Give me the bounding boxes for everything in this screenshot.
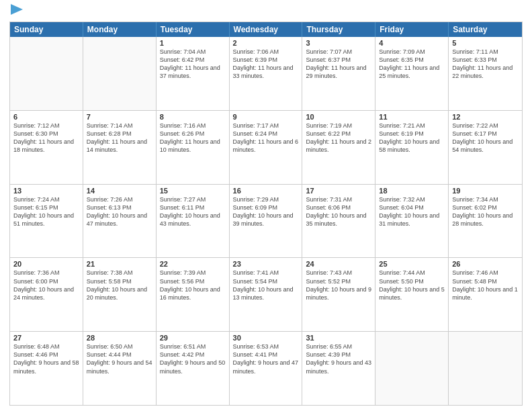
day-number: 21 — [87, 260, 152, 268]
day-number: 3 — [306, 39, 371, 47]
calendar: SundayMondayTuesdayWednesdayThursdayFrid… — [9, 21, 523, 406]
day-cell-29: 29Sunrise: 6:51 AM Sunset: 4:42 PM Dayli… — [157, 332, 230, 405]
calendar-body: 1Sunrise: 7:04 AM Sunset: 6:42 PM Daylig… — [10, 37, 522, 405]
day-cell-21: 21Sunrise: 7:38 AM Sunset: 5:58 PM Dayli… — [83, 258, 157, 331]
day-number: 15 — [160, 187, 226, 195]
day-info: Sunrise: 7:32 AM Sunset: 6:04 PM Dayligh… — [379, 195, 445, 228]
day-number: 26 — [452, 260, 519, 268]
day-cell-24: 24Sunrise: 7:43 AM Sunset: 5:52 PM Dayli… — [302, 258, 375, 331]
day-info: Sunrise: 7:22 AM Sunset: 6:17 PM Dayligh… — [452, 122, 519, 154]
day-cell-25: 25Sunrise: 7:44 AM Sunset: 5:50 PM Dayli… — [375, 258, 449, 331]
day-cell-26: 26Sunrise: 7:46 AM Sunset: 5:48 PM Dayli… — [449, 258, 522, 331]
day-cell-27: 27Sunrise: 6:48 AM Sunset: 4:46 PM Dayli… — [10, 332, 83, 405]
day-cell-7: 7Sunrise: 7:14 AM Sunset: 6:28 PM Daylig… — [83, 111, 157, 184]
day-cell-11: 11Sunrise: 7:21 AM Sunset: 6:19 PM Dayli… — [375, 111, 449, 184]
day-cell-19: 19Sunrise: 7:34 AM Sunset: 6:02 PM Dayli… — [449, 185, 522, 258]
header — [9, 7, 523, 17]
day-info: Sunrise: 6:53 AM Sunset: 4:41 PM Dayligh… — [233, 342, 299, 375]
day-info: Sunrise: 7:31 AM Sunset: 6:06 PM Dayligh… — [306, 195, 371, 228]
day-number: 2 — [233, 39, 299, 47]
day-header-sunday: Sunday — [10, 22, 83, 37]
day-info: Sunrise: 7:04 AM Sunset: 6:42 PM Dayligh… — [160, 48, 226, 81]
day-info: Sunrise: 7:34 AM Sunset: 6:02 PM Dayligh… — [452, 195, 519, 228]
day-header-saturday: Saturday — [449, 22, 522, 37]
day-number: 23 — [233, 260, 299, 268]
day-number: 17 — [306, 187, 371, 195]
day-info: Sunrise: 7:43 AM Sunset: 5:52 PM Dayligh… — [306, 269, 371, 302]
day-number: 4 — [379, 39, 445, 47]
day-cell-10: 10Sunrise: 7:19 AM Sunset: 6:22 PM Dayli… — [302, 111, 375, 184]
day-cell-20: 20Sunrise: 7:36 AM Sunset: 6:00 PM Dayli… — [10, 258, 83, 331]
day-number: 13 — [13, 187, 79, 195]
day-number: 24 — [306, 260, 371, 268]
day-number: 7 — [87, 113, 152, 121]
day-cell-4: 4Sunrise: 7:09 AM Sunset: 6:35 PM Daylig… — [375, 37, 449, 110]
day-cell-6: 6Sunrise: 7:12 AM Sunset: 6:30 PM Daylig… — [10, 111, 83, 184]
day-info: Sunrise: 6:48 AM Sunset: 4:46 PM Dayligh… — [13, 342, 79, 375]
logo-arrow-icon — [11, 4, 23, 15]
day-number: 12 — [452, 113, 519, 121]
day-number: 31 — [306, 334, 371, 342]
day-info: Sunrise: 7:41 AM Sunset: 5:54 PM Dayligh… — [233, 269, 299, 302]
day-info: Sunrise: 7:44 AM Sunset: 5:50 PM Dayligh… — [379, 269, 445, 302]
day-info: Sunrise: 7:14 AM Sunset: 6:28 PM Dayligh… — [87, 122, 152, 154]
week-row-4: 20Sunrise: 7:36 AM Sunset: 6:00 PM Dayli… — [10, 257, 522, 331]
day-number: 6 — [13, 113, 79, 121]
day-info: Sunrise: 7:39 AM Sunset: 5:56 PM Dayligh… — [160, 269, 226, 302]
day-number: 18 — [379, 187, 445, 195]
day-info: Sunrise: 7:36 AM Sunset: 6:00 PM Dayligh… — [13, 269, 79, 302]
day-info: Sunrise: 7:11 AM Sunset: 6:33 PM Dayligh… — [452, 48, 519, 81]
day-number: 27 — [13, 334, 79, 342]
day-number: 28 — [87, 334, 152, 342]
day-number: 16 — [233, 187, 299, 195]
day-cell-17: 17Sunrise: 7:31 AM Sunset: 6:06 PM Dayli… — [302, 185, 375, 258]
day-info: Sunrise: 7:09 AM Sunset: 6:35 PM Dayligh… — [379, 48, 445, 81]
day-cell-12: 12Sunrise: 7:22 AM Sunset: 6:17 PM Dayli… — [449, 111, 522, 184]
day-header-thursday: Thursday — [302, 22, 375, 37]
day-info: Sunrise: 7:38 AM Sunset: 5:58 PM Dayligh… — [87, 269, 152, 302]
week-row-2: 6Sunrise: 7:12 AM Sunset: 6:30 PM Daylig… — [10, 110, 522, 184]
day-cell-2: 2Sunrise: 7:06 AM Sunset: 6:39 PM Daylig… — [230, 37, 303, 110]
day-header-wednesday: Wednesday — [230, 22, 303, 37]
day-cell-empty-4-6 — [449, 332, 522, 405]
day-number: 5 — [452, 39, 519, 47]
day-cell-9: 9Sunrise: 7:17 AM Sunset: 6:24 PM Daylig… — [230, 111, 303, 184]
day-cell-23: 23Sunrise: 7:41 AM Sunset: 5:54 PM Dayli… — [230, 258, 303, 331]
day-cell-3: 3Sunrise: 7:07 AM Sunset: 6:37 PM Daylig… — [302, 37, 375, 110]
week-row-1: 1Sunrise: 7:04 AM Sunset: 6:42 PM Daylig… — [10, 37, 522, 110]
day-number: 22 — [160, 260, 226, 268]
day-info: Sunrise: 6:50 AM Sunset: 4:44 PM Dayligh… — [87, 342, 152, 375]
svg-marker-0 — [11, 4, 23, 15]
day-cell-15: 15Sunrise: 7:27 AM Sunset: 6:11 PM Dayli… — [157, 185, 230, 258]
day-cell-empty-0-1 — [83, 37, 157, 110]
day-info: Sunrise: 7:07 AM Sunset: 6:37 PM Dayligh… — [306, 48, 371, 81]
day-cell-empty-0-0 — [10, 37, 83, 110]
day-header-friday: Friday — [375, 22, 449, 37]
day-number: 30 — [233, 334, 299, 342]
day-number: 25 — [379, 260, 445, 268]
day-info: Sunrise: 7:21 AM Sunset: 6:19 PM Dayligh… — [379, 122, 445, 154]
day-info: Sunrise: 6:51 AM Sunset: 4:42 PM Dayligh… — [160, 342, 226, 375]
day-number: 29 — [160, 334, 226, 342]
day-cell-13: 13Sunrise: 7:24 AM Sunset: 6:15 PM Dayli… — [10, 185, 83, 258]
day-cell-16: 16Sunrise: 7:29 AM Sunset: 6:09 PM Dayli… — [230, 185, 303, 258]
day-cell-1: 1Sunrise: 7:04 AM Sunset: 6:42 PM Daylig… — [157, 37, 230, 110]
day-info: Sunrise: 7:24 AM Sunset: 6:15 PM Dayligh… — [13, 195, 79, 228]
calendar-header: SundayMondayTuesdayWednesdayThursdayFrid… — [10, 22, 522, 37]
day-header-monday: Monday — [83, 22, 157, 37]
day-header-tuesday: Tuesday — [157, 22, 230, 37]
page: SundayMondayTuesdayWednesdayThursdayFrid… — [0, 0, 532, 411]
day-number: 19 — [452, 187, 519, 195]
day-number: 1 — [160, 39, 226, 47]
day-info: Sunrise: 7:46 AM Sunset: 5:48 PM Dayligh… — [452, 269, 519, 302]
day-cell-empty-4-5 — [375, 332, 449, 405]
day-info: Sunrise: 7:27 AM Sunset: 6:11 PM Dayligh… — [160, 195, 226, 228]
day-info: Sunrise: 7:16 AM Sunset: 6:26 PM Dayligh… — [160, 122, 226, 154]
day-info: Sunrise: 7:06 AM Sunset: 6:39 PM Dayligh… — [233, 48, 299, 81]
day-cell-8: 8Sunrise: 7:16 AM Sunset: 6:26 PM Daylig… — [157, 111, 230, 184]
day-info: Sunrise: 7:19 AM Sunset: 6:22 PM Dayligh… — [306, 122, 371, 154]
day-number: 10 — [306, 113, 371, 121]
day-info: Sunrise: 7:26 AM Sunset: 6:13 PM Dayligh… — [87, 195, 152, 228]
day-info: Sunrise: 7:17 AM Sunset: 6:24 PM Dayligh… — [233, 122, 299, 154]
day-cell-28: 28Sunrise: 6:50 AM Sunset: 4:44 PM Dayli… — [83, 332, 157, 405]
